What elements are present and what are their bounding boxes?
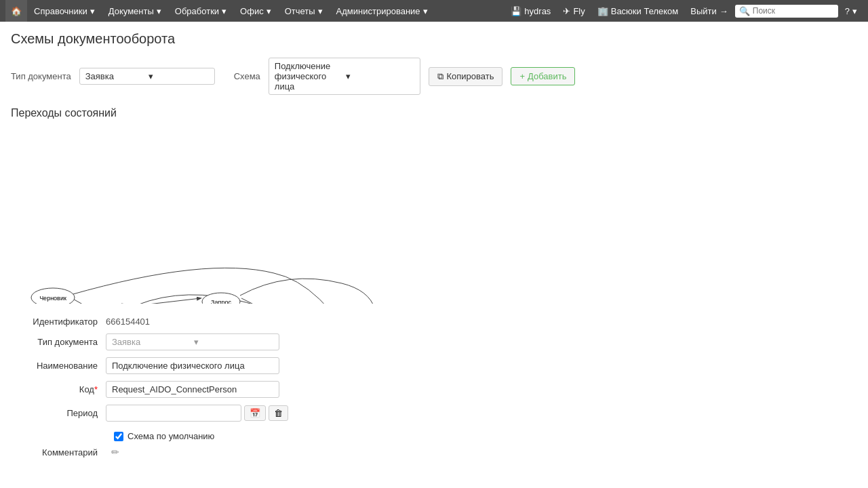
add-button[interactable]: + Добавить [511,67,575,85]
form-period-label: Период [11,408,106,418]
home-button[interactable]: 🏠 [5,0,27,22]
schema-dropdown[interactable]: Подключение физического лица ▾ [269,58,421,95]
navbar: 🏠 Справочники ▾ Документы ▾ Обработки ▾ … [0,0,868,22]
nav-help[interactable]: ? ▾ [840,6,863,16]
default-schema-row: Схема по умолчанию [11,428,857,444]
svg-text:Запрос: Запрос [211,299,231,304]
doc-type-label: Тип документа [11,71,71,81]
form-name-label: Наименование [11,361,106,371]
form-period-row: Период 📅 🗑 [11,405,857,422]
identifier-label: Идентификатор [11,317,106,327]
search-box: 🔍 [735,5,838,18]
section-transitions-title: Переходы состояний [0,102,868,122]
nav-item-office[interactable]: Офис ▾ [233,0,278,22]
form-code-label: Код [11,384,106,394]
doc-type-dropdown[interactable]: Заявка ▾ [79,68,215,85]
svg-text:Черновик: Черновик [39,295,66,302]
form-period-input[interactable] [106,405,241,422]
nav-item-processing[interactable]: Обработки ▾ [168,0,233,22]
comment-row: Комментарий ✏ [11,444,857,460]
search-icon: 🔍 [739,6,750,16]
form-doc-type-dropdown[interactable]: Заявка ▾ [106,333,279,350]
form-code-row: Код [11,381,857,398]
calendar-button[interactable]: 📅 [244,405,266,421]
copy-button[interactable]: ⧉ Копировать [429,67,502,86]
period-controls: 📅 🗑 [106,405,288,422]
svg-line-1 [125,298,201,304]
nav-fly[interactable]: ✈ Fly [557,6,590,16]
identifier-value: 666154401 [106,317,150,327]
schema-label: Схема [234,71,260,81]
chevron-down-icon: ▾ [194,337,273,347]
chevron-down-icon: ▾ [346,71,414,81]
comment-label: Комментарий [11,447,106,458]
default-schema-checkbox[interactable] [114,432,123,441]
nav-exit[interactable]: Выйти → [685,6,734,16]
state-diagram: Черновик Активация Запрос Отклонен К ист… [0,122,868,311]
clear-date-button[interactable]: 🗑 [269,405,288,421]
identifier-row: Идентификатор 666154401 [11,317,857,327]
nav-item-admin[interactable]: Администрирование ▾ [330,0,435,22]
svg-line-6 [241,298,362,304]
nav-item-documents[interactable]: Документы ▾ [102,0,168,22]
default-schema-label: Схема по умолчанию [127,431,214,441]
page-title: Схемы документооборота [0,22,868,54]
copy-icon: ⧉ [437,71,443,82]
nav-hydras[interactable]: 💾 hydras [505,6,556,16]
search-input[interactable] [753,6,834,16]
form-name-row: Наименование [11,357,857,374]
diagram-svg: Черновик Активация Запрос Отклонен К ист… [16,127,450,304]
form-section: Идентификатор 666154401 Тип документа За… [0,311,868,472]
form-name-input[interactable] [106,357,279,374]
form-doc-type-label: Тип документа [11,337,106,347]
chevron-down-icon: ▾ [149,71,209,81]
nav-item-reports[interactable]: Отчеты ▾ [278,0,330,22]
toolbar: Тип документа Заявка ▾ Схема Подключение… [0,54,868,102]
nav-item-references[interactable]: Справочники ▾ [27,0,102,22]
pencil-icon[interactable]: ✏ [111,447,119,458]
plus-icon: + [519,71,525,81]
form-code-input[interactable] [106,381,279,398]
form-doc-type-row: Тип документа Заявка ▾ [11,333,857,350]
nav-company[interactable]: 🏢 Васюки Телеком [592,6,684,16]
